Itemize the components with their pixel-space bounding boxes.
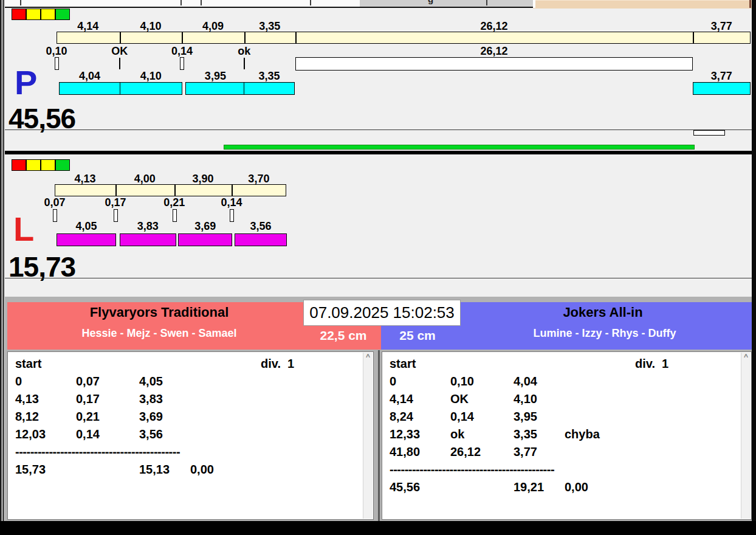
table-row[interactable]: startdiv. 1: [8, 356, 373, 373]
table-cell: start: [390, 356, 416, 371]
table-cell: 3,56: [139, 426, 163, 442]
table-cell: 0,17: [76, 391, 100, 407]
table-cell: 3,69: [139, 409, 163, 424]
exchange-label: 0,07: [44, 196, 65, 209]
division-label: div. 1: [635, 356, 668, 371]
lane-L: L 15,73 4,134,003,903,700,070,170,210,14…: [0, 0, 756, 280]
table-row[interactable]: 00,074,05: [8, 373, 373, 391]
exchange-tick: [114, 209, 118, 222]
lane-L-total-time: 15,73: [9, 253, 75, 281]
table-row[interactable]: ----------------------------------------…: [382, 461, 751, 479]
division-label: div. 1: [261, 356, 294, 371]
table-cell: 19,21: [514, 479, 544, 495]
table-cell: 0,10: [450, 373, 474, 389]
table-cell: 3,83: [139, 391, 163, 407]
table-cell: 0,00: [565, 479, 588, 495]
table-row[interactable]: 4,14OK4,10: [382, 391, 751, 409]
table-cell: 26,12: [450, 444, 481, 460]
split-bar: [55, 184, 286, 196]
table-cell: OK: [450, 391, 469, 407]
window-frame-bottom: [0, 521, 756, 535]
window-frame-left: [0, 0, 5, 535]
team-left-name: Flyvaryors Traditional: [90, 305, 229, 320]
results-list-left[interactable]: ^ startdiv. 100,074,054,130,173,838,120,…: [7, 351, 374, 520]
table-cell: 12,03: [15, 426, 46, 442]
run-bar: [57, 233, 116, 246]
table-row[interactable]: 8,120,213,69: [8, 409, 373, 426]
lane-L-letter: L: [13, 212, 34, 246]
team-right-distance: 25 cm: [399, 328, 436, 343]
table-row[interactable]: 12,33ok3,35chyba: [382, 426, 751, 444]
team-right-members: Lumine - Izzy - Rhys - Duffy: [533, 327, 676, 340]
table-cell: 0,00: [190, 461, 214, 477]
table-cell: ok: [450, 426, 464, 442]
split-time-label: 4,00: [134, 173, 156, 185]
status-light: [26, 159, 41, 171]
app-window: g P 45,56 4,144,104,093,3526,123,770,10O…: [0, 0, 756, 535]
separator-dashes: ----------------------------------------…: [390, 461, 554, 477]
table-cell: 12,33: [390, 426, 420, 442]
table-cell: 4,05: [139, 373, 163, 389]
table-cell: 0: [390, 373, 396, 389]
table-cell: 0: [15, 373, 22, 389]
exchange-tick: [53, 209, 57, 222]
table-cell: 3,95: [514, 409, 537, 424]
status-light: [55, 159, 70, 171]
split-bar-divider: [232, 184, 233, 196]
status-light: [12, 159, 26, 171]
table-row[interactable]: 41,8026,123,77: [382, 444, 751, 461]
split-time-label: 3,70: [248, 173, 269, 185]
split-time-label: 3,90: [192, 173, 213, 185]
table-row[interactable]: 8,240,143,95: [382, 409, 751, 426]
run-bar: [178, 233, 232, 246]
datetime-display: 07.09.2025 15:02:53: [303, 300, 461, 326]
team-left-members: Hessie - Mejz - Swen - Samael: [81, 327, 236, 340]
table-row[interactable]: 15,7315,130,00: [8, 461, 373, 479]
table-cell: 0,21: [76, 409, 100, 424]
table-cell: 8,12: [15, 409, 39, 424]
run-time-label: 3,69: [194, 220, 216, 233]
run-bar: [235, 233, 287, 246]
divider-line: [5, 278, 752, 278]
split-bar-divider: [115, 184, 117, 196]
table-cell: chyba: [565, 426, 600, 442]
table-cell: 45,56: [390, 479, 420, 495]
table-row[interactable]: ----------------------------------------…: [8, 444, 373, 461]
table-row[interactable]: 4,130,173,83: [8, 391, 373, 409]
table-cell: 15,73: [15, 461, 46, 477]
window-frame-right: [752, 0, 756, 535]
table-cell: 8,24: [390, 409, 413, 424]
run-time-label: 3,83: [137, 220, 159, 233]
separator-dashes: ----------------------------------------…: [15, 444, 180, 460]
table-cell: 0,14: [450, 409, 474, 424]
split-time-label: 4,13: [74, 173, 95, 185]
results-list-right[interactable]: ^ startdiv. 100,104,044,14OK4,108,240,14…: [382, 351, 752, 520]
exchange-tick: [173, 209, 177, 222]
split-bar-divider: [174, 184, 176, 196]
table-cell: 4,10: [514, 391, 537, 407]
table-cell: 4,13: [15, 391, 39, 407]
table-row[interactable]: 12,030,143,56: [8, 426, 373, 444]
table-cell: 4,04: [514, 373, 537, 389]
panel-divider: [378, 350, 380, 521]
status-light: [41, 159, 55, 171]
run-time-label: 4,05: [75, 220, 97, 233]
team-left-distance: 22,5 cm: [320, 328, 366, 343]
table-cell: 15,13: [139, 461, 170, 477]
exchange-tick: [230, 209, 234, 222]
run-bar: [120, 233, 176, 246]
table-cell: 4,14: [390, 391, 413, 407]
table-row[interactable]: 45,5619,210,00: [382, 479, 751, 497]
table-cell: start: [15, 356, 41, 371]
exchange-label: 0,21: [163, 196, 185, 209]
exchange-label: 0,17: [105, 196, 126, 209]
table-row[interactable]: 00,104,04: [382, 373, 751, 391]
run-time-label: 3,56: [250, 220, 272, 233]
table-cell: 3,77: [514, 444, 537, 460]
team-right-name: Jokers All-in: [563, 305, 642, 320]
table-cell: 0,14: [76, 426, 100, 442]
table-cell: 41,80: [390, 444, 420, 460]
table-row[interactable]: startdiv. 1: [382, 356, 751, 373]
table-cell: 3,35: [514, 426, 537, 442]
exchange-label: 0,14: [221, 196, 242, 209]
